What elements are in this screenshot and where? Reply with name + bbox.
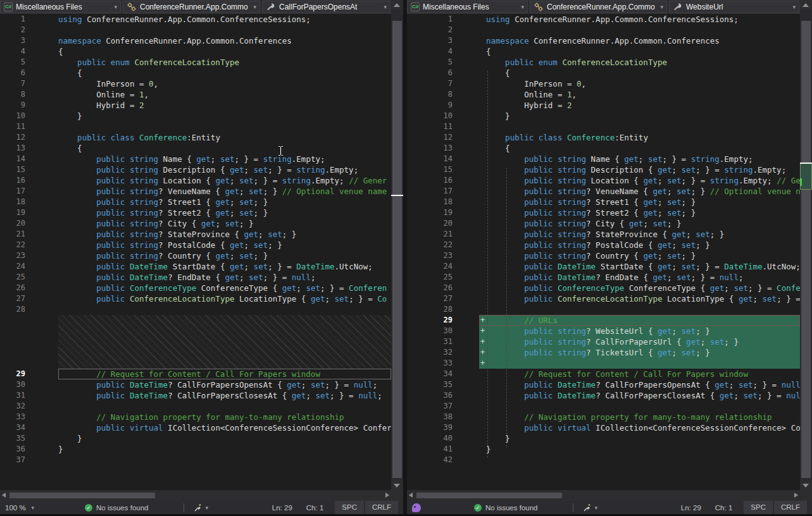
scroll-up-icon[interactable] bbox=[803, 3, 809, 7]
scroll-left-icon[interactable] bbox=[2, 493, 6, 498]
scrollbar-thumb[interactable] bbox=[801, 21, 811, 478]
line-indicator[interactable]: Ln: 29 bbox=[272, 504, 292, 512]
code-line[interactable]: 8 Online = 1, bbox=[0, 89, 391, 100]
code-line[interactable]: 11 bbox=[0, 121, 391, 132]
code-line[interactable]: 2 bbox=[0, 25, 391, 35]
code-line[interactable]: 21 public string? StateProvince { get; s… bbox=[0, 229, 391, 240]
code-line[interactable]: 26 public ConferenceType ConferenceType … bbox=[407, 283, 800, 293]
code-line[interactable]: 22 public string? PostalCode { get; set;… bbox=[407, 240, 800, 250]
code-line[interactable]: 40 } bbox=[407, 433, 800, 444]
code-line[interactable]: 12 public class Conference:Entity bbox=[0, 132, 391, 143]
code-line[interactable]: 33+ bbox=[407, 358, 800, 369]
horizontal-scrollbar[interactable] bbox=[0, 490, 391, 501]
code-line[interactable]: 27 public ConferenceLocationType Locatio… bbox=[0, 293, 391, 304]
code-line[interactable]: 36} bbox=[0, 444, 391, 455]
code-line[interactable]: 10 } bbox=[0, 111, 391, 121]
copilot-icon[interactable] bbox=[412, 503, 421, 512]
code-line[interactable]: 20 public string? City { get; set; } bbox=[0, 218, 391, 229]
line-indicator[interactable]: Ln: 29 bbox=[681, 504, 701, 512]
code-line[interactable]: 32 bbox=[0, 401, 391, 412]
code-line[interactable]: 13 { bbox=[407, 143, 800, 154]
code-line[interactable]: 7 InPerson = 0, bbox=[407, 78, 800, 89]
code-line[interactable]: 18 public string? Street1 { get; set; } bbox=[0, 197, 391, 207]
project-dropdown[interactable]: C# Miscellaneous Files ▾ bbox=[0, 1, 121, 13]
code-line[interactable]: 17 public string? VenueName { get; set; … bbox=[0, 186, 391, 197]
code-line[interactable]: 19 public string? Street2 { get; set; } bbox=[407, 207, 800, 218]
code-line[interactable]: 23 public string? Country { get; set; } bbox=[407, 250, 800, 261]
code-editor-left[interactable]: 1using ConferenceRunner.App.Common.Confe… bbox=[0, 14, 391, 490]
code-line[interactable]: 13 { bbox=[0, 143, 391, 154]
code-line[interactable]: 42 bbox=[407, 455, 800, 465]
code-line[interactable]: 10 } bbox=[407, 111, 800, 121]
scrollbar-thumb[interactable] bbox=[392, 21, 402, 478]
code-line[interactable]: 4{ bbox=[0, 46, 391, 57]
scrollbar-thumb[interactable] bbox=[9, 493, 155, 498]
scroll-down-icon[interactable] bbox=[803, 484, 809, 488]
code-line[interactable]: 1using ConferenceRunner.App.Common.Confe… bbox=[407, 14, 800, 25]
code-line[interactable]: 23 public string? Country { get; set; } bbox=[0, 250, 391, 261]
code-line[interactable]: 34 public virtual ICollection<Conference… bbox=[0, 422, 391, 433]
code-line[interactable]: 11 bbox=[407, 121, 800, 132]
code-line[interactable]: 24 public DateTime StartDate { get; set;… bbox=[407, 261, 800, 272]
scrollbar-thumb[interactable] bbox=[416, 493, 562, 498]
column-indicator[interactable]: Ch: 1 bbox=[715, 504, 733, 512]
scroll-left-icon[interactable] bbox=[409, 493, 413, 498]
code-line[interactable]: 33 // Navigation property for many-to-ma… bbox=[0, 412, 391, 422]
code-line[interactable]: 31 public DateTime? CallForPapersClosesA… bbox=[0, 390, 391, 401]
code-editor-right[interactable]: 1using ConferenceRunner.App.Common.Confe… bbox=[407, 14, 800, 490]
code-line[interactable]: 30+ public string? WebsiteUrl { get; set… bbox=[407, 326, 800, 336]
code-line[interactable]: 16 public string Location { get; set; } … bbox=[407, 175, 800, 186]
code-cleanup-button[interactable]: ▾ bbox=[193, 503, 208, 512]
code-line[interactable]: 36 public DateTime? CallForPapersClosesA… bbox=[407, 390, 800, 401]
member-dropdown[interactable]: CallForPapersOpensAt ▾ bbox=[262, 1, 390, 13]
scroll-right-icon[interactable] bbox=[794, 493, 798, 498]
code-line[interactable]: 32+ public string? TicketsUrl { get; set… bbox=[407, 347, 800, 358]
space-indicator[interactable]: SPC bbox=[335, 501, 364, 514]
code-line[interactable]: 12 public class Conference:Entity bbox=[407, 132, 800, 143]
code-line[interactable]: 35 public DateTime? CallForPapersOpensAt… bbox=[407, 379, 800, 390]
code-line[interactable]: 8 Online = 1, bbox=[407, 89, 800, 100]
code-line[interactable]: 28 bbox=[407, 304, 800, 315]
code-line[interactable]: 5 public enum ConferenceLocationType bbox=[0, 57, 391, 68]
issues-label[interactable]: No issues found bbox=[96, 504, 148, 512]
type-dropdown[interactable]: ConferenceRunner.App.Commo ▾ bbox=[123, 1, 260, 13]
code-line[interactable]: 2 bbox=[407, 25, 800, 35]
code-cleanup-button[interactable]: ▾ bbox=[582, 503, 597, 512]
vertical-scrollbar[interactable] bbox=[391, 0, 403, 490]
code-line[interactable]: 4{ bbox=[407, 46, 800, 57]
vertical-scrollbar[interactable] bbox=[800, 0, 812, 490]
code-line[interactable]: 1using ConferenceRunner.App.Common.Confe… bbox=[0, 14, 391, 25]
code-line[interactable]: 6 { bbox=[0, 68, 391, 78]
code-line[interactable]: 41} bbox=[407, 444, 800, 455]
code-line[interactable]: 22 public string? PostalCode { get; set;… bbox=[0, 240, 391, 250]
code-line[interactable]: 19 public string? Street2 { get; set; } bbox=[0, 207, 391, 218]
scrollbar-track[interactable] bbox=[800, 9, 812, 481]
code-line[interactable]: 24 public DateTime StartDate { get; set;… bbox=[0, 261, 391, 272]
code-line[interactable]: 3namespace ConferenceRunner.App.Common.C… bbox=[0, 35, 391, 46]
code-line[interactable]: 15 public string Description { get; set;… bbox=[0, 164, 391, 175]
code-line[interactable]: 38 // Navigation property for many-to-ma… bbox=[407, 412, 800, 422]
code-line[interactable]: 30 public DateTime? CallForPapersOpensAt… bbox=[0, 379, 391, 390]
code-line[interactable]: 16 public string Location { get; set; } … bbox=[0, 175, 391, 186]
code-line[interactable]: 25 public DateTime? EndDate { get; set; … bbox=[0, 272, 391, 283]
member-dropdown[interactable]: WebsiteUrl ▾ bbox=[669, 1, 799, 13]
code-line[interactable]: 28 bbox=[0, 304, 391, 315]
zoom-select[interactable]: 100 % ▾ bbox=[0, 501, 35, 514]
project-dropdown[interactable]: C# Miscellaneous Files ▾ bbox=[407, 1, 528, 13]
code-line[interactable]: 20 public string? City { get; set; } bbox=[407, 218, 800, 229]
code-line[interactable]: 15 public string Description { get; set;… bbox=[407, 164, 800, 175]
code-line[interactable]: 35 } bbox=[0, 433, 391, 444]
type-dropdown[interactable]: ConferenceRunner.App.Commo ▾ bbox=[530, 1, 667, 13]
code-line[interactable]: 29 // Request for Content / Call For Pap… bbox=[0, 369, 391, 379]
eol-indicator[interactable]: CRLF bbox=[365, 501, 398, 514]
horizontal-scrollbar[interactable] bbox=[407, 490, 800, 501]
scroll-right-icon[interactable] bbox=[385, 493, 389, 498]
code-line[interactable]: 37 bbox=[407, 401, 800, 412]
code-line[interactable]: 37 bbox=[0, 455, 391, 465]
code-line[interactable]: 5 public enum ConferenceLocationType bbox=[407, 57, 800, 68]
code-line[interactable]: 26 public ConferenceType ConferenceType … bbox=[0, 283, 391, 293]
code-line[interactable]: 9 Hybrid = 2 bbox=[407, 100, 800, 111]
code-line[interactable]: 14 public string Name { get; set; } = st… bbox=[0, 154, 391, 164]
code-line[interactable]: 18 public string? Street1 { get; set; } bbox=[407, 197, 800, 207]
code-line[interactable]: 3namespace ConferenceRunner.App.Common.C… bbox=[407, 35, 800, 46]
